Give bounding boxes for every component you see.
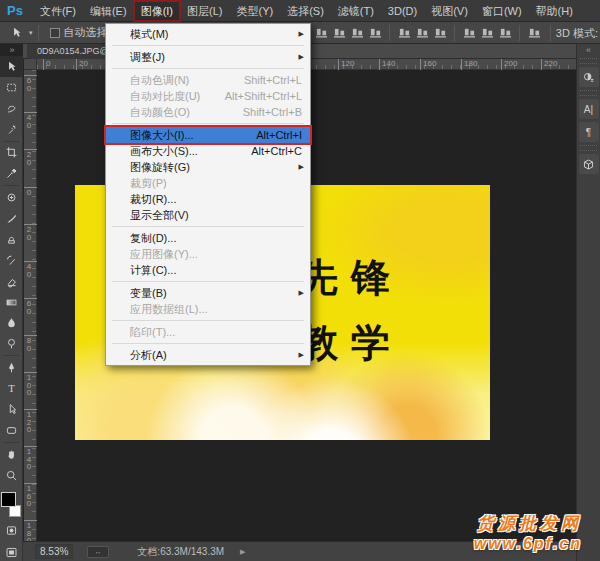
ruler-label: 40 (25, 114, 33, 129)
menubar-item-1[interactable]: 文件(F) (33, 1, 83, 21)
distribute-vertical-centers-icon[interactable] (460, 25, 478, 41)
dock-grip[interactable] (580, 58, 597, 64)
menu-item-3[interactable]: 调整(J)▶ (106, 49, 310, 65)
rectangular-marquee-tool[interactable] (0, 77, 22, 98)
auto-select-checkbox[interactable] (50, 28, 60, 38)
distribute-top-edges-icon[interactable] (431, 25, 449, 41)
align-left-edges-icon[interactable] (312, 25, 330, 41)
menu-item-1[interactable]: 模式(M)▶ (106, 26, 310, 42)
menubar-item-7[interactable]: 滤镜(T) (331, 1, 381, 21)
menu-item-10[interactable]: 画布大小(S)...Alt+Ctrl+C (106, 143, 310, 159)
menubar-item-10[interactable]: 窗口(W) (475, 1, 529, 21)
pen-tool[interactable] (0, 357, 22, 378)
menu-item-25[interactable]: 分析(A)▶ (106, 347, 310, 363)
menu-item-20[interactable]: 变量(B)▶ (106, 285, 310, 301)
zoom-tool[interactable] (0, 465, 22, 486)
align-top-edges-icon[interactable] (366, 25, 384, 41)
menu-item-label: 分析(A) (130, 348, 302, 363)
path-selection-tool[interactable] (0, 399, 22, 420)
menubar-item-11[interactable]: 帮助(H) (529, 1, 580, 21)
menubar-item-9[interactable]: 视图(V) (424, 1, 475, 21)
lasso-tool[interactable] (0, 98, 22, 119)
adjustments-panel-icon[interactable] (579, 67, 599, 87)
menu-item-13[interactable]: 裁切(R)... (106, 191, 310, 207)
menu-item-17: 应用图像(Y)... (106, 246, 310, 262)
menu-item-11[interactable]: 图像旋转(G)▶ (106, 159, 310, 175)
ruler-tick (338, 59, 339, 70)
paragraph-panel-icon[interactable]: ¶ (579, 122, 599, 142)
quick-mask-button[interactable] (0, 521, 22, 539)
3d-panel-icon[interactable] (579, 154, 599, 174)
ruler-label: 160 (25, 485, 33, 508)
screen-mode-button[interactable] (0, 543, 22, 561)
align-vertical-centers-icon[interactable] (395, 25, 413, 41)
menu-item-14[interactable]: 显示全部(V) (106, 207, 310, 223)
status-icon[interactable]: ↔ (87, 546, 109, 558)
gradient-tool[interactable] (0, 292, 22, 313)
status-menu-arrow-icon[interactable]: ▶ (240, 548, 245, 556)
menu-item-shortcut: Alt+Shift+Ctrl+L (225, 90, 302, 102)
ruler-tick (420, 59, 421, 70)
divider (519, 25, 520, 41)
vertical-ruler[interactable]: 604020020406080100120140160180 (24, 70, 37, 541)
align-right-edges-icon[interactable] (348, 25, 366, 41)
tool-preset-caret-icon[interactable]: ▾ (29, 29, 33, 37)
document-size-info[interactable]: 文档:63.3M/143.3M (137, 545, 224, 559)
move-tool-icon[interactable] (5, 22, 27, 43)
type-tool[interactable]: T (0, 378, 22, 399)
zoom-level-field[interactable]: 8.53% (35, 544, 73, 559)
menu-item-9[interactable]: 图像大小(I)...Alt+Ctrl+I (106, 127, 310, 143)
menubar-item-4[interactable]: 图层(L) (180, 1, 229, 21)
foreground-color-swatch[interactable] (1, 492, 16, 507)
menubar-item-6[interactable]: 选择(S) (280, 1, 331, 21)
ruler-label: 200 (504, 59, 517, 68)
align-horizontal-centers-icon[interactable] (330, 25, 348, 41)
dock-grip[interactable] (580, 90, 597, 96)
spot-healing-brush-tool[interactable] (0, 187, 22, 208)
dock-collapse-icon[interactable]: « (577, 44, 600, 56)
menubar-item-2[interactable]: 编辑(E) (83, 1, 134, 21)
history-brush-tool[interactable] (0, 250, 22, 271)
ruler-label: 0 (25, 189, 33, 197)
svg-text:T: T (8, 383, 15, 394)
menu-item-16[interactable]: 复制(D)... (106, 230, 310, 246)
ruler-label: 40 (25, 263, 33, 278)
eraser-tool[interactable] (0, 271, 22, 292)
shape-tool[interactable] (0, 420, 22, 441)
menubar-item-8[interactable]: 3D(D) (381, 1, 424, 21)
menubar-item-3[interactable]: 图像(I) (134, 1, 180, 21)
blur-tool[interactable] (0, 313, 22, 334)
align-bottom-edges-icon[interactable] (413, 25, 431, 41)
ruler-corner (24, 59, 37, 70)
distribute-bottom-edges-icon[interactable] (478, 25, 496, 41)
hand-tool[interactable] (0, 444, 22, 465)
menu-bar: Ps 文件(F)编辑(E)图像(I)图层(L)类型(Y)选择(S)滤镜(T)3D… (0, 0, 600, 22)
menu-separator (112, 226, 304, 227)
divider (3, 442, 19, 443)
brush-tool[interactable] (0, 208, 22, 229)
menu-item-18[interactable]: 计算(C)... (106, 262, 310, 278)
menu-item-label: 自动颜色(O) (130, 105, 229, 120)
menubar-item-5[interactable]: 类型(Y) (229, 1, 280, 21)
menu-item-label: 图像旋转(G) (130, 160, 302, 175)
menu-item-label: 应用图像(Y)... (130, 247, 302, 262)
character-panel-icon[interactable]: A| (579, 99, 599, 119)
dodge-tool[interactable] (0, 333, 22, 354)
align-icons-group (312, 22, 543, 44)
clone-stamp-tool[interactable] (0, 229, 22, 250)
distribute-left-edges-icon[interactable] (496, 25, 514, 41)
menu-item-label: 计算(C)... (130, 263, 302, 278)
background-color-swatch[interactable] (9, 505, 21, 517)
magic-wand-tool[interactable] (0, 119, 22, 140)
menu-item-shortcut: Shift+Ctrl+B (243, 106, 302, 118)
move-tool[interactable] (0, 56, 22, 77)
dock-grip[interactable] (580, 145, 597, 151)
crop-tool[interactable] (0, 143, 22, 164)
divider (38, 25, 39, 41)
document-tab-title: 0D9A0154.JPG@ (37, 46, 109, 56)
toolbar-collapse-icon[interactable]: » (2, 44, 22, 56)
auto-align-layers-icon[interactable] (525, 25, 543, 41)
eyedropper-tool[interactable] (0, 163, 22, 184)
ruler-tick (43, 59, 44, 70)
menu-item-label: 变量(B) (130, 286, 302, 301)
